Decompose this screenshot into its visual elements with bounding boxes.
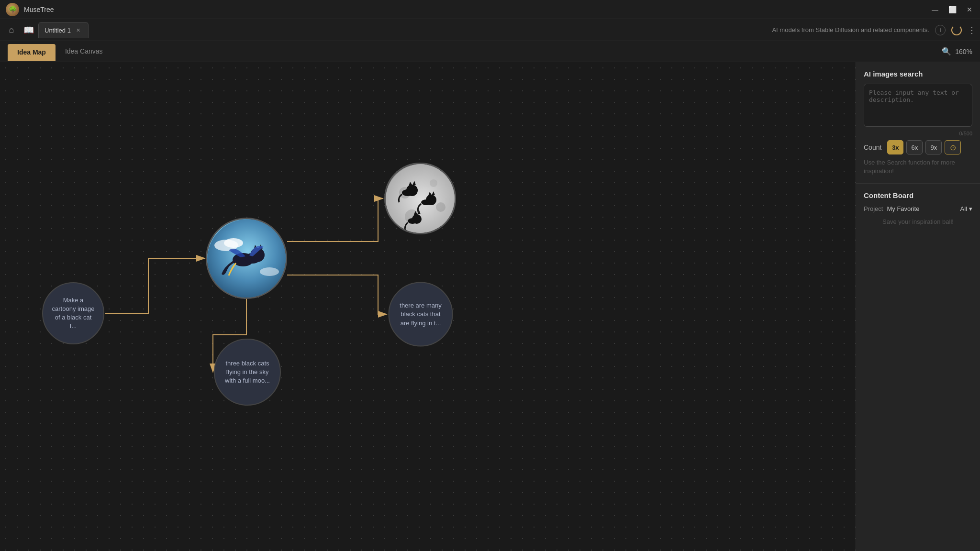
center-image-display: [207, 219, 287, 299]
title-bar: 🌳 MuseTree — ⬜ ✕: [0, 0, 980, 19]
node-bottomright[interactable]: there are many black cats that are flyin…: [389, 282, 453, 347]
count-9x-button[interactable]: 9x: [925, 140, 942, 154]
maximize-button[interactable]: ⬜: [947, 5, 957, 14]
view-tabs: Idea Map Idea Canvas 🔍 160%: [0, 41, 980, 62]
zoom-icon: 🔍: [942, 47, 951, 56]
svg-point-4: [260, 267, 279, 276]
book-icon[interactable]: 📖: [21, 22, 36, 38]
count-3x-button[interactable]: 3x: [887, 140, 903, 154]
window-controls: — ⬜ ✕: [930, 5, 974, 14]
app-name: MuseTree: [24, 6, 54, 13]
node-bottomleft-label: three black cats flying in the sky with …: [223, 359, 272, 386]
tab-bar: ⌂ 📖 Untitled 1 ✕ AI models from Stable D…: [0, 19, 980, 41]
zoom-level: 160%: [955, 48, 972, 55]
filter-dropdown[interactable]: All ▾: [960, 205, 972, 212]
count-icon-button[interactable]: ⊙: [945, 140, 961, 154]
count-6x-button[interactable]: 6x: [906, 140, 923, 154]
ai-search-title: AI images search: [864, 70, 972, 78]
count-buttons: 3x 6x 9x ⊙: [887, 140, 961, 154]
tab-close-button[interactable]: ✕: [75, 26, 82, 34]
project-value: My Favorite: [887, 205, 919, 212]
svg-point-22: [421, 199, 432, 205]
minimize-button[interactable]: —: [930, 5, 940, 14]
right-panel: AI images search 0/500 Count 3x 6x 9x ⊙ …: [856, 62, 980, 551]
app-logo: 🌳: [6, 3, 19, 16]
svg-point-26: [408, 218, 417, 224]
tab-title: Untitled 1: [45, 27, 71, 34]
project-label: Project: [864, 205, 883, 212]
char-count: 0/500: [864, 131, 972, 136]
ai-search-section: AI images search 0/500 Count 3x 6x 9x ⊙ …: [856, 62, 980, 184]
node-topright-image[interactable]: [384, 163, 456, 234]
menu-button[interactable]: ⋮: [968, 25, 976, 35]
view-tabs-right: 🔍 160%: [942, 47, 972, 56]
node-bottomleft[interactable]: three black cats flying in the sky with …: [214, 339, 281, 406]
node-root-label: Make a cartoony image of a black cat f..…: [51, 296, 96, 331]
close-button[interactable]: ✕: [965, 5, 974, 14]
home-icon[interactable]: ⌂: [4, 22, 19, 38]
content-board-title: Content Board: [864, 191, 972, 199]
info-button[interactable]: i: [935, 25, 946, 35]
svg-point-18: [402, 189, 413, 196]
tab-idea-canvas[interactable]: Idea Canvas: [56, 41, 112, 62]
count-row: Count 3x 6x 9x ⊙: [864, 140, 972, 154]
content-board-section: Content Board Project My Favorite All ▾ …: [856, 184, 980, 233]
document-tab[interactable]: Untitled 1 ✕: [38, 22, 89, 38]
filter-value: All: [960, 205, 967, 212]
tab-idea-map[interactable]: Idea Map: [8, 44, 56, 61]
node-root[interactable]: Make a cartoony image of a black cat f..…: [42, 282, 104, 344]
svg-point-10: [386, 164, 456, 234]
node-bottomright-label: there are many black cats that are flyin…: [397, 301, 445, 328]
svg-point-14: [436, 202, 445, 212]
topright-image-display: [386, 164, 456, 234]
count-label: Count: [864, 143, 881, 151]
svg-point-3: [224, 238, 243, 248]
search-hint: Use the Search function for more inspira…: [864, 158, 972, 176]
node-center-image[interactable]: [206, 218, 287, 299]
ai-info-text: AI models from Stable Diffusion and rela…: [772, 26, 929, 33]
main-layout: Make a cartoony image of a black cat f..…: [0, 62, 980, 551]
project-row: Project My Favorite All ▾: [864, 205, 972, 212]
save-hint: Save your inspiration ball!: [864, 218, 972, 225]
canvas-area[interactable]: Make a cartoony image of a black cat f..…: [0, 62, 856, 551]
svg-point-12: [430, 179, 437, 187]
chevron-down-icon: ▾: [969, 205, 972, 212]
loading-indicator: [951, 25, 962, 35]
search-input[interactable]: [864, 84, 972, 127]
tab-bar-right: AI models from Stable Diffusion and rela…: [772, 25, 976, 35]
